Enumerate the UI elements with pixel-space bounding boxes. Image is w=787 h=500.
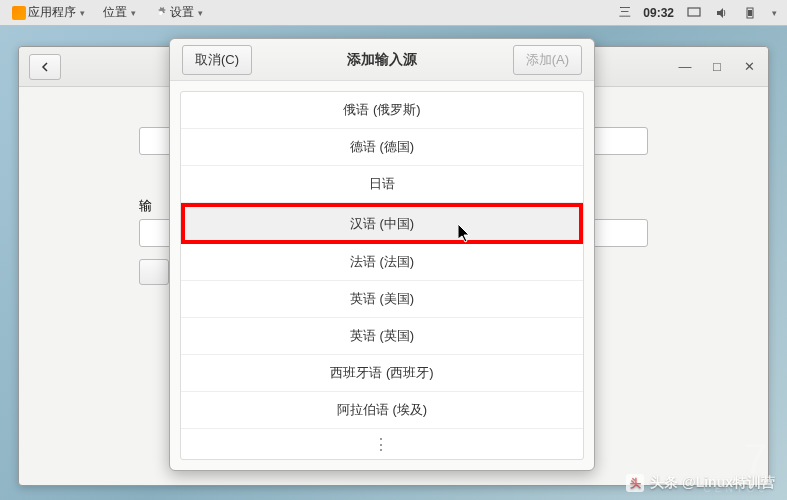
minimize-button[interactable]: — — [676, 58, 694, 76]
list-item[interactable]: 日语 — [181, 166, 583, 203]
chevron-down-icon[interactable]: ▾ — [772, 8, 777, 18]
close-button[interactable]: ✕ — [740, 58, 758, 76]
gear-icon — [154, 6, 168, 20]
applications-icon — [12, 6, 26, 20]
power-icon[interactable] — [742, 5, 758, 21]
volume-icon[interactable] — [714, 5, 730, 21]
menu-places[interactable]: 位置 ▾ — [95, 1, 144, 24]
dialog-header: 取消(C) 添加输入源 添加(A) — [170, 39, 594, 81]
svg-point-0 — [159, 11, 163, 15]
svg-rect-3 — [748, 10, 752, 16]
dialog-title: 添加输入源 — [347, 51, 417, 69]
input-source-list: 俄语 (俄罗斯) 德语 (德国) 日语 汉语 (中国) 法语 (法国) 英语 (… — [180, 91, 584, 460]
chevron-down-icon: ▾ — [80, 8, 85, 18]
maximize-button[interactable]: □ — [708, 58, 726, 76]
clock-time[interactable]: 09:32 — [643, 6, 674, 20]
list-item[interactable]: 汉语 (中国) — [181, 203, 583, 244]
list-item[interactable]: 德语 (德国) — [181, 129, 583, 166]
display-icon[interactable] — [686, 5, 702, 21]
chevron-down-icon: ▾ — [131, 8, 136, 18]
list-item[interactable]: 法语 (法国) — [181, 244, 583, 281]
chevron-down-icon: ▾ — [198, 8, 203, 18]
list-item[interactable]: 英语 (美国) — [181, 281, 583, 318]
menu-settings[interactable]: 设置 ▾ — [146, 1, 211, 24]
list-item[interactable]: 英语 (英国) — [181, 318, 583, 355]
cancel-button[interactable]: 取消(C) — [182, 45, 252, 75]
top-panel: 应用程序 ▾ 位置 ▾ 设置 ▾ 三 09:32 ▾ — [0, 0, 787, 26]
back-button[interactable] — [29, 54, 61, 80]
list-item[interactable]: 西班牙语 (西班牙) — [181, 355, 583, 392]
add-button[interactable]: 添加(A) — [513, 45, 582, 75]
list-item[interactable]: 阿拉伯语 (埃及) — [181, 392, 583, 429]
more-indicator-icon[interactable]: ⋮ — [181, 429, 583, 459]
clock-day[interactable]: 三 — [619, 4, 631, 21]
svg-rect-1 — [688, 8, 700, 16]
add-button[interactable] — [139, 259, 169, 285]
add-input-source-dialog: 取消(C) 添加输入源 添加(A) 俄语 (俄罗斯) 德语 (德国) 日语 汉语… — [169, 38, 595, 471]
list-item[interactable]: 俄语 (俄罗斯) — [181, 92, 583, 129]
watermark: 头 头条 @Linux特训营 — [626, 474, 775, 492]
menu-applications[interactable]: 应用程序 ▾ — [4, 1, 93, 24]
toutiao-icon: 头 — [626, 474, 644, 492]
